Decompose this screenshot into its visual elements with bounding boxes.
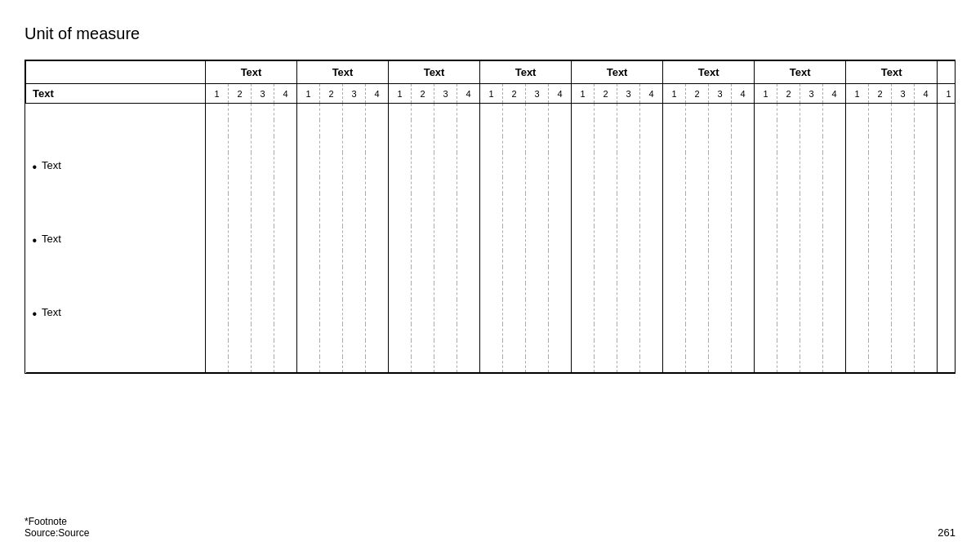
cell-1-1-1	[320, 226, 343, 251]
cell-1-5-2	[709, 226, 732, 251]
cell-2-5-3	[732, 300, 755, 324]
cell-2-1-2	[343, 300, 366, 324]
cell-0-6-2	[800, 153, 823, 177]
spacer-cell-2-2-0-3	[274, 283, 297, 300]
cell-0-0-1	[229, 153, 252, 177]
cell-1-2-1	[412, 226, 434, 251]
sub-col-header-7-0: 1	[846, 84, 869, 104]
col-group-header-3: Text	[480, 61, 572, 84]
spacer-cell-1-0-0-1	[229, 177, 252, 193]
cell-2-1-3	[366, 300, 389, 324]
cell-2-6-3	[823, 300, 846, 324]
cell-0-2-1	[412, 153, 434, 177]
spacer-cell-2-1-1-3	[366, 267, 389, 283]
sub-col-header-5-2: 3	[709, 84, 732, 104]
spacer-header-cell	[26, 177, 206, 193]
cell-1-7-2	[892, 226, 915, 251]
spacer-cell-2-2-4-0	[572, 283, 595, 300]
spacer-cell-0-0-1-2	[343, 104, 366, 120]
spacer-cell-1-2-4-2	[617, 210, 640, 226]
cell-2-2-3	[457, 300, 480, 324]
cell-1-2-3	[457, 226, 480, 251]
cell-1-6-1	[777, 226, 800, 251]
spacer-cell-1-1-6-3	[823, 193, 846, 210]
spacer-cell-2-1-0-2	[252, 267, 274, 283]
spacer-cell-1-2-3-2	[526, 210, 549, 226]
spacer-cell-1-2-1-1	[320, 210, 343, 226]
spacer-cell-0-0-4-3	[640, 104, 663, 120]
cell-0-3-3	[549, 153, 572, 177]
spacer-cell-1-0-2-2	[434, 177, 457, 193]
spacer-cell-1-0-5-0	[663, 177, 686, 193]
spacer-cell-1-0-6-0	[755, 177, 777, 193]
spacer-cell-2-2-1-3	[366, 283, 389, 300]
sub-col-header-4-3: 4	[640, 84, 663, 104]
spacer-cell-2-2-5-2	[709, 283, 732, 300]
spacer-cell-1-2-0-1	[229, 210, 252, 226]
page-container: Unit of measure	[0, 0, 980, 555]
cell-0-5-2	[709, 153, 732, 177]
bottom-spacer-1	[26, 340, 956, 357]
spacer-cell-1-2-6-0	[755, 210, 777, 226]
spacer-cell-0-0-1-1	[320, 104, 343, 120]
spacer-cell-0-1-6-3	[823, 120, 846, 136]
col-group-header-0: Text	[206, 61, 297, 84]
cell-2-3-1	[503, 300, 526, 324]
spacer-cell-1-2-2-3	[457, 210, 480, 226]
col-group-header-7: Text	[846, 61, 938, 84]
spacer-cell-2-1-7-2	[892, 267, 915, 283]
spacer-cell-2-1-6-1	[777, 267, 800, 283]
col-group-header-5: Text	[663, 61, 755, 84]
spacer-cell-0-1-4-0	[572, 120, 595, 136]
spacer-cell-2-2-7-3	[915, 283, 938, 300]
col-group-header-2: Text	[389, 61, 480, 84]
spacer-cell-2-1-5-3	[732, 267, 755, 283]
spacer-cell-0-1-2-3	[457, 120, 480, 136]
spacer-cell-0-0-3-3	[549, 104, 572, 120]
spacer-cell-2-0-7-0	[846, 251, 869, 267]
spacer-cell-0-0-2-3	[457, 104, 480, 120]
cell-0-2-2	[434, 153, 457, 177]
spacer-cell-0-2-0-1	[229, 136, 252, 153]
cell-1-6-0	[755, 226, 777, 251]
spacer-cell-1-0-8-0	[938, 177, 956, 193]
spacer-cell-0-1-5-0	[663, 120, 686, 136]
cell-2-2-1	[412, 300, 434, 324]
spacer-cell-2-2-0-2	[252, 283, 274, 300]
spacer-cell-2-1-0-1	[229, 267, 252, 283]
spacer-cell-0-1-2-1	[412, 120, 434, 136]
spacer-row-1-0	[26, 177, 956, 193]
spacer-cell-2-2-4-3	[640, 283, 663, 300]
spacer-cell-0-1-3-2	[526, 120, 549, 136]
cell-2-2-2	[434, 300, 457, 324]
spacer-cell-1-0-0-0	[206, 177, 229, 193]
sub-col-header-3-0: 1	[480, 84, 503, 104]
spacer-cell-0-2-4-0	[572, 136, 595, 153]
cell-0-4-3	[640, 153, 663, 177]
spacer-cell-2-1-2-2	[434, 267, 457, 283]
main-table: TextTextTextTextTextTextTextTextTextText…	[25, 60, 956, 373]
cell-0-1-1	[320, 153, 343, 177]
cell-0-0-2	[252, 153, 274, 177]
cell-1-5-0	[663, 226, 686, 251]
spacer-cell-0-2-1-2	[343, 136, 366, 153]
spacer-cell-1-1-7-0	[846, 193, 869, 210]
spacer-cell-1-0-6-1	[777, 177, 800, 193]
spacer-cell-0-1-3-1	[503, 120, 526, 136]
spacer-cell-1-0-6-2	[800, 177, 823, 193]
spacer-cell-0-0-0-2	[252, 104, 274, 120]
sub-col-header-0-2: 3	[252, 84, 274, 104]
spacer-cell-2-1-7-1	[869, 267, 892, 283]
spacer-cell-2-1-5-2	[709, 267, 732, 283]
spacer-row-1-1	[26, 193, 956, 210]
cell-2-7-0	[846, 300, 869, 324]
spacer-cell-1-0-7-1	[869, 177, 892, 193]
spacer-cell-0-2-5-2	[709, 136, 732, 153]
spacer-header-cell	[26, 104, 206, 120]
spacer-cell-2-2-7-2	[892, 283, 915, 300]
spacer-cell-2-0-1-2	[343, 251, 366, 267]
spacer-cell-2-0-3-3	[549, 251, 572, 267]
spacer-cell-0-0-5-0	[663, 104, 686, 120]
cell-2-6-2	[800, 300, 823, 324]
spacer-cell-0-1-7-3	[915, 120, 938, 136]
